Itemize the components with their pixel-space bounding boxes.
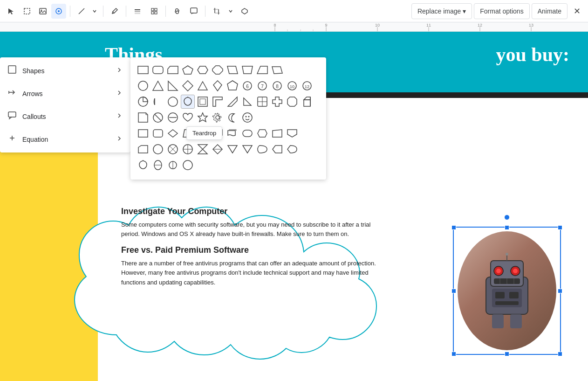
shape-misc-4[interactable] [181,158,195,172]
shape-fc-predefined[interactable] [196,126,210,140]
shape-fc-terminator[interactable] [240,126,254,140]
sidebar-item-equation[interactable]: Equation [0,128,130,151]
shape-misc-1[interactable] [136,158,150,172]
svg-text:12: 12 [478,23,482,28]
shape-snip-rect[interactable] [166,63,180,77]
shape-triangle[interactable] [151,79,165,93]
shape-fc-document[interactable] [211,126,225,140]
shape-badge-7[interactable]: 7 [255,79,269,93]
shape-cross[interactable] [270,95,284,109]
shape-fc-data[interactable] [181,126,195,140]
shape-fc-merge[interactable] [240,142,254,156]
line-button[interactable] [74,4,89,19]
shape-polygon[interactable] [226,79,239,93]
shape-kite[interactable] [211,79,225,93]
shape-fc-display[interactable] [285,142,299,156]
shape-rectangle[interactable] [136,63,150,77]
comment-button[interactable] [186,4,201,19]
shape-button[interactable] [51,4,66,19]
format-options-button[interactable]: Format options [474,3,529,19]
shape-misc-3[interactable] [166,158,180,172]
shape-no-symbol[interactable] [151,111,165,125]
grid-button[interactable] [147,4,162,19]
shape-star[interactable] [196,111,210,125]
line-dropdown-button[interactable] [90,4,99,19]
shape-teardrop-hovered[interactable] [181,95,195,109]
ruler: 8 9 10 11 12 13 [0,22,588,32]
shape-corner[interactable] [240,95,254,109]
link-button[interactable] [170,4,185,19]
shape-fc-extract[interactable] [226,142,239,156]
shape-frame[interactable] [196,95,210,109]
replace-image-button[interactable]: Replace image ▾ [411,3,472,19]
shape-isoceles-triangle[interactable] [196,79,210,93]
svg-marker-74 [183,81,193,91]
shape-teardrop-like[interactable] [166,95,180,109]
shape-smiley[interactable] [240,111,254,125]
shape-octagon[interactable] [211,63,225,77]
crop-dropdown-button[interactable] [226,4,235,19]
shape-fc-multi-doc[interactable] [226,126,239,140]
shape-folded-corner[interactable] [136,111,150,125]
shape-fc-preparation[interactable] [255,126,269,140]
border-button[interactable] [237,4,252,19]
shape-badge-12[interactable]: 12 [300,79,314,93]
select-tool-button[interactable] [4,4,19,19]
svg-point-108 [243,113,252,122]
shape-fc-summing[interactable] [166,142,180,156]
sidebar-item-arrows[interactable]: Arrows [0,82,130,105]
shape-diamond[interactable] [181,79,195,93]
line-style-button[interactable] [130,4,145,19]
svg-text:8: 8 [276,84,279,89]
shape-fc-stored-data[interactable] [255,142,269,156]
image-button[interactable] [35,4,50,19]
shape-chord[interactable] [151,95,165,109]
shape-rounded-parallelogram[interactable] [270,63,284,77]
shape-bevel[interactable] [285,95,299,109]
shape-cube[interactable] [300,95,314,109]
shape-fc-manual[interactable] [270,126,284,140]
animate-button[interactable]: Animate [532,3,567,19]
robot-image[interactable] [458,231,556,350]
shape-fc-sort[interactable] [211,142,225,156]
shape-gear[interactable] [211,111,225,125]
shape-moon[interactable] [226,111,239,125]
close-button[interactable]: ✕ [569,4,584,19]
shape-no-symbol2[interactable] [166,111,180,125]
shape-right-triangle[interactable] [166,79,180,93]
shape-circle[interactable] [136,79,150,93]
shape-badge-10[interactable]: 10 [285,79,299,93]
shape-fc-decision[interactable] [166,126,180,140]
shape-diagonal-stripe[interactable] [226,95,239,109]
sidebar-item-callouts[interactable]: Callouts [0,105,130,128]
sidebar-item-shapes[interactable]: Shapes [0,59,130,82]
shape-pie[interactable] [136,95,150,109]
shape-plus-frame[interactable] [255,95,269,109]
shape-trapezoid[interactable] [240,63,254,77]
shape-fc-offpage[interactable] [285,126,299,140]
shape-half-frame[interactable] [211,95,225,109]
shape-fc-alt-process[interactable] [151,126,165,140]
shape-fc-process[interactable] [136,126,150,140]
shape-rounded-rect[interactable] [151,63,165,77]
shape-hexagon[interactable] [196,63,210,77]
svg-marker-95 [273,97,282,106]
shape-misc-2[interactable] [151,158,165,172]
robot-placeholder [458,231,556,350]
shape-fc-collate[interactable] [196,142,210,156]
canvas-area: Things you buy: Investigate Your Compute… [0,32,588,381]
crop-button[interactable] [209,4,224,19]
shape-heart[interactable] [181,111,195,125]
pen-button[interactable] [107,4,122,19]
shape-fc-connector[interactable] [151,142,165,156]
shape-right-trapezoid[interactable] [255,63,269,77]
shape-fc-sequential[interactable] [270,142,284,156]
shape-badge-6[interactable]: 6 [240,79,254,93]
shape-fc-or[interactable] [181,142,195,156]
shape-pentagon[interactable] [181,63,195,77]
shape-parallelogram[interactable] [226,63,239,77]
shapes-row-1 [136,63,321,77]
shape-badge-8[interactable]: 8 [270,79,284,93]
select-rect-button[interactable] [20,4,34,19]
shape-fc-card[interactable] [136,142,150,156]
